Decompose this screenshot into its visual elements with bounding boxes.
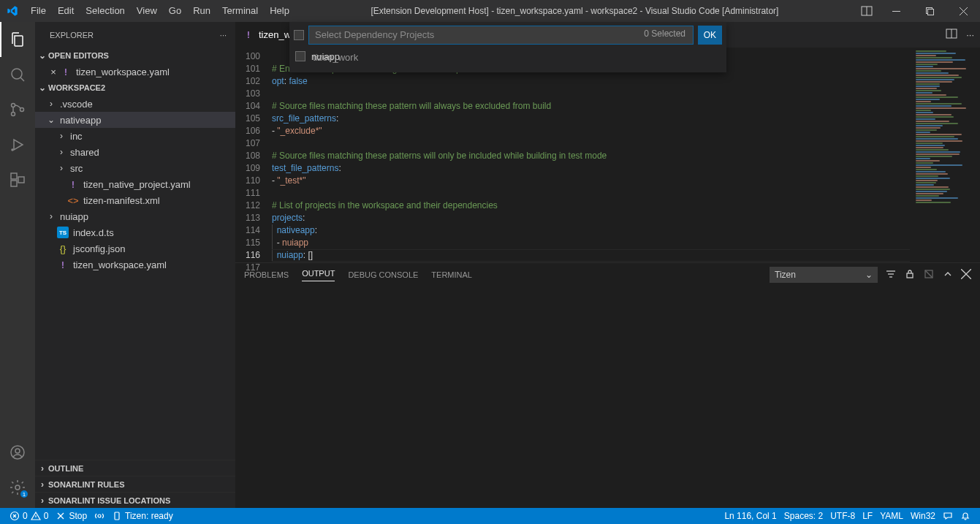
tree-item--vscode[interactable]: ›.vscode: [35, 96, 235, 112]
status-language[interactable]: YAML: [876, 508, 907, 524]
svg-line-9: [20, 77, 24, 81]
outline-header[interactable]: › OUTLINE: [35, 460, 235, 476]
svg-point-36: [98, 514, 101, 517]
tree-item-nuiapp[interactable]: ›nuiapp: [35, 208, 235, 224]
status-errors[interactable]: 0 0: [6, 508, 52, 524]
status-live-icon[interactable]: [91, 508, 108, 524]
maximize-button[interactable]: [913, 0, 946, 22]
yaml-file-icon: !: [57, 259, 69, 270]
lncol-label: Ln 116, Col 1: [724, 511, 776, 521]
status-feedback-icon[interactable]: [939, 508, 957, 524]
os-label: Win32: [911, 511, 935, 521]
menu-file[interactable]: File: [25, 0, 52, 22]
lang-label: YAML: [880, 511, 903, 521]
open-editors-label: OPEN EDITORS: [48, 51, 109, 60]
tree-item-tizen-workspace-yaml[interactable]: !tizen_workspace.yaml: [35, 257, 235, 273]
tree-item-inc[interactable]: ›inc: [35, 128, 235, 144]
minimap[interactable]: [910, 48, 980, 262]
svg-rect-15: [11, 181, 17, 186]
sonarlint-issues-label: SONARLINT ISSUE LOCATIONS: [48, 496, 170, 505]
line-number-gutter: 1001011021031041051061071081091101111121…: [235, 48, 272, 262]
close-panel-icon[interactable]: [961, 269, 971, 281]
dependency-picker: 0 Selected OK ! tizen_work nuiapp: [289, 22, 726, 72]
activity-source-control-icon[interactable]: [0, 92, 35, 127]
dependency-search-input[interactable]: [308, 26, 694, 45]
tree-item-index-d-ts[interactable]: TSindex.d.ts: [35, 224, 235, 240]
activity-explorer-icon[interactable]: [0, 22, 35, 57]
status-tizen[interactable]: Tizen: ready: [108, 508, 177, 524]
sonarlint-rules-header[interactable]: › SONARLINT RULES: [35, 476, 235, 492]
menu-selection[interactable]: Selection: [80, 0, 130, 22]
sidebar-more-icon[interactable]: ···: [220, 31, 227, 39]
activity-settings-icon[interactable]: 1: [0, 470, 35, 505]
tree-item-label: nuiapp: [60, 211, 88, 222]
yaml-file-icon: !: [67, 178, 79, 190]
tree-item-label: shared: [70, 147, 99, 158]
output-body[interactable]: [235, 286, 980, 508]
code-content[interactable]: # Enable size optimization of wgt for we…: [272, 48, 910, 262]
status-eol[interactable]: LF: [859, 508, 876, 524]
activity-account-icon[interactable]: [0, 435, 35, 470]
svg-point-12: [20, 108, 24, 112]
status-spaces[interactable]: Spaces: 2: [780, 508, 827, 524]
status-bell-icon[interactable]: [957, 508, 974, 524]
spaces-label: Spaces: 2: [784, 511, 823, 521]
file-tree: ›.vscode⌄nativeapp›inc›shared›src!tizen_…: [35, 96, 235, 460]
tree-item-jsconfig-json[interactable]: {}jsconfig.json: [35, 240, 235, 257]
menu-view[interactable]: View: [131, 0, 163, 22]
layout-toggle-icon[interactable]: [854, 5, 879, 17]
status-bar: 0 0 Stop Tizen: ready Ln 116, Col 1 Spac…: [0, 508, 980, 524]
open-editors-header[interactable]: ⌄ OPEN EDITORS: [35, 48, 235, 64]
ok-button[interactable]: OK: [698, 26, 722, 45]
svg-rect-16: [18, 177, 24, 183]
code-editor[interactable]: 1001011021031041051061071081091101111121…: [235, 48, 980, 262]
sonarlint-issues-header[interactable]: › SONARLINT ISSUE LOCATIONS: [35, 492, 235, 508]
chevron-right-icon: ›: [56, 131, 67, 141]
editor-tabs: ! tizen_works ··· 0 Selected OK ! tizen_…: [235, 22, 980, 48]
select-all-checkbox[interactable]: [294, 30, 304, 40]
open-editor-label: tizen_workspace.yaml: [76, 67, 170, 77]
encoding-label: UTF-8: [830, 511, 855, 521]
svg-line-27: [925, 270, 932, 278]
menu-go[interactable]: Go: [163, 0, 187, 22]
clear-output-icon[interactable]: [923, 268, 935, 281]
collapse-panel-icon[interactable]: [942, 268, 954, 281]
window-title: [Extension Development Host] - tizen_wor…: [295, 6, 854, 16]
status-encoding[interactable]: UTF-8: [827, 508, 859, 524]
menu-terminal[interactable]: Terminal: [216, 0, 264, 22]
status-stop[interactable]: Stop: [52, 508, 91, 524]
json-file-icon: {}: [57, 243, 69, 254]
tree-item-tizen-native-project-yaml[interactable]: !tizen_native_project.yaml: [35, 176, 235, 192]
menu-edit[interactable]: Edit: [52, 0, 80, 22]
split-editor-icon[interactable]: [946, 28, 957, 42]
minimize-button[interactable]: [879, 0, 913, 22]
tree-item-shared[interactable]: ›shared: [35, 144, 235, 160]
option-checkbox[interactable]: [295, 51, 305, 61]
outline-label: OUTLINE: [48, 464, 83, 473]
status-ln-col[interactable]: Ln 116, Col 1: [721, 508, 780, 524]
close-button[interactable]: [946, 0, 980, 22]
activity-extensions-icon[interactable]: [0, 162, 35, 197]
svg-rect-14: [11, 173, 17, 179]
menu-bar: FileEditSelectionViewGoRunTerminalHelp: [25, 0, 295, 22]
activity-search-icon[interactable]: [0, 57, 35, 92]
chevron-right-icon: ›: [37, 463, 48, 474]
title-bar: FileEditSelectionViewGoRunTerminalHelp […: [0, 0, 980, 22]
tree-item-nativeapp[interactable]: ⌄nativeapp: [35, 112, 235, 128]
menu-run[interactable]: Run: [187, 0, 216, 22]
close-icon[interactable]: ×: [47, 67, 60, 77]
chevron-down-icon: ⌄: [37, 83, 48, 93]
chevron-right-icon: ›: [56, 163, 67, 173]
open-editor-item[interactable]: × ! tizen_workspace.yaml: [35, 64, 235, 80]
tree-item-tizen-manifest-xml[interactable]: <>tizen-manifest.xml: [35, 192, 235, 208]
more-actions-icon[interactable]: ···: [966, 29, 974, 40]
tree-item-label: tizen_native_project.yaml: [83, 179, 191, 190]
status-os[interactable]: Win32: [907, 508, 939, 524]
tree-item-label: nativeapp: [60, 115, 101, 126]
tree-item-src[interactable]: ›src: [35, 160, 235, 176]
chevron-right-icon: ›: [37, 479, 48, 490]
activity-run-debug-icon[interactable]: [0, 127, 35, 162]
workspace-header[interactable]: ⌄ WORKSPACE2: [35, 80, 235, 96]
menu-help[interactable]: Help: [264, 0, 295, 22]
tree-item-label: jsconfig.json: [73, 243, 126, 254]
